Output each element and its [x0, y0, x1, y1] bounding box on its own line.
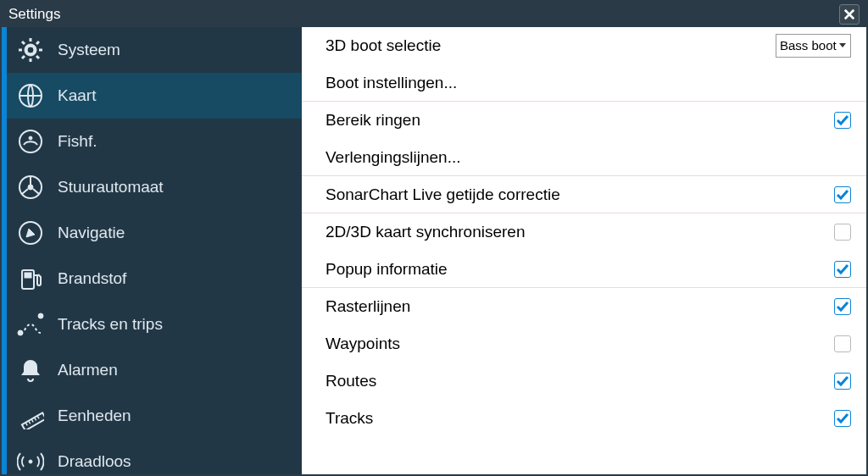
settings-panel: 3D boot selectie Bass boot Boot instelli…: [302, 27, 866, 474]
row-label: Boot instellingen...: [326, 74, 851, 92]
check-icon: [836, 263, 849, 276]
ruler-icon: [15, 401, 46, 431]
globe-icon: [15, 80, 46, 111]
sidebar-item-label: Alarmen: [58, 361, 118, 379]
checkbox[interactable]: [834, 261, 851, 278]
check-icon: [836, 374, 849, 388]
row-label: SonarChart Live getijde correctie: [326, 185, 834, 204]
sidebar-item-fishf[interactable]: Fishf.: [7, 119, 302, 164]
row-label: 3D boot selectie: [326, 36, 776, 55]
row-waypoints[interactable]: Waypoints: [302, 325, 866, 363]
row-3d-boot-selectie[interactable]: 3D boot selectie Bass boot: [302, 27, 866, 64]
sidebar-item-systeem[interactable]: Systeem: [7, 27, 302, 73]
check-icon: [836, 300, 849, 313]
row-label: Waypoints: [326, 335, 834, 353]
sidebar-item-label: Fishf.: [58, 132, 97, 151]
row-bereik-ringen[interactable]: Bereik ringen: [302, 102, 866, 139]
row-verlengingslijnen[interactable]: Verlengingslijnen...: [302, 139, 866, 176]
svg-point-4: [28, 185, 33, 190]
sidebar: Systeem Kaart Fishf. Stuurautomaat Navig…: [2, 27, 302, 474]
checkbox[interactable]: [834, 335, 851, 352]
row-label: Bereik ringen: [326, 111, 834, 130]
row-label: 2D/3D kaart synchroniseren: [326, 223, 834, 241]
row-popup-informatie[interactable]: Popup informatie: [302, 251, 866, 288]
svg-rect-7: [25, 273, 31, 278]
sidebar-item-label: Eenheden: [58, 407, 131, 425]
sidebar-item-label: Navigatie: [58, 224, 125, 242]
titlebar: Settings: [2, 2, 866, 27]
sidebar-item-label: Tracks en trips: [58, 315, 163, 334]
sidebar-item-kaart[interactable]: Kaart: [7, 73, 302, 119]
checkbox[interactable]: [834, 298, 851, 315]
sidebar-item-label: Systeem: [58, 41, 120, 59]
compass-icon: [15, 218, 46, 248]
sidebar-item-navigatie[interactable]: Navigatie: [7, 210, 302, 256]
svg-point-9: [38, 313, 43, 318]
wheel-icon: [15, 172, 46, 202]
row-label: Rasterlijnen: [326, 297, 834, 316]
checkbox[interactable]: [834, 186, 851, 203]
svg-point-11: [29, 460, 32, 463]
check-icon: [836, 188, 849, 202]
row-label: Popup informatie: [326, 260, 834, 279]
row-boot-instellingen[interactable]: Boot instellingen...: [302, 64, 866, 102]
checkbox[interactable]: [834, 373, 851, 390]
checkbox[interactable]: [834, 112, 851, 129]
bell-icon: [15, 355, 46, 385]
checkbox[interactable]: [834, 410, 851, 427]
fuel-icon: [15, 263, 46, 294]
sidebar-item-label: Stuurautomaat: [58, 178, 164, 196]
sidebar-item-label: Draadloos: [58, 452, 131, 471]
sidebar-item-label: Kaart: [58, 86, 96, 105]
row-tracks[interactable]: Tracks: [302, 400, 866, 437]
check-icon: [836, 412, 849, 425]
row-rasterlijnen[interactable]: Rasterlijnen: [302, 288, 866, 325]
sidebar-item-stuurautomaat[interactable]: Stuurautomaat: [7, 164, 302, 210]
checkbox[interactable]: [834, 224, 851, 241]
row-sonarchart-live[interactable]: SonarChart Live getijde correctie: [302, 176, 866, 213]
content: Systeem Kaart Fishf. Stuurautomaat Navig…: [2, 27, 866, 474]
sidebar-item-alarmen[interactable]: Alarmen: [7, 347, 302, 393]
sonar-icon: [15, 126, 46, 157]
sidebar-item-tracks-en-trips[interactable]: Tracks en trips: [7, 302, 302, 347]
row-2d3d-sync[interactable]: 2D/3D kaart synchroniseren: [302, 213, 866, 251]
row-label: Routes: [326, 372, 834, 390]
sidebar-item-eenheden[interactable]: Eenheden: [7, 393, 302, 439]
sidebar-item-brandstof[interactable]: Brandstof: [7, 256, 302, 302]
sidebar-item-draadloos[interactable]: Draadloos: [7, 439, 302, 474]
close-icon: [843, 8, 855, 20]
sidebar-item-label: Brandstof: [58, 269, 126, 288]
select-wrap: Bass boot: [776, 34, 851, 58]
wireless-icon: [15, 446, 46, 474]
row-routes[interactable]: Routes: [302, 363, 866, 400]
3d-boot-select[interactable]: Bass boot: [776, 34, 851, 58]
gear-icon: [15, 35, 46, 65]
route-icon: [15, 309, 46, 340]
svg-point-2: [29, 136, 32, 140]
row-label: Verlengingslijnen...: [326, 148, 851, 167]
check-icon: [836, 113, 849, 127]
svg-point-8: [18, 330, 23, 335]
window-title: Settings: [8, 6, 839, 23]
row-label: Tracks: [326, 409, 834, 428]
close-button[interactable]: [839, 4, 860, 25]
